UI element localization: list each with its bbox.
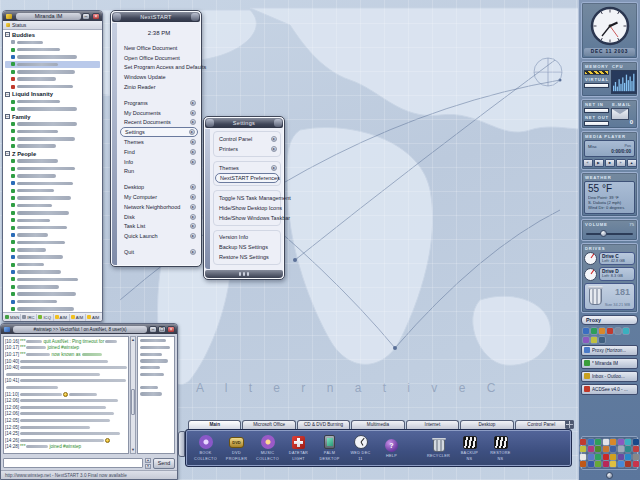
buddy-contact[interactable] [5,120,100,127]
buddy-contact[interactable] [5,283,100,290]
settings-menu-item-restore-ns-settings[interactable]: Restore NS Settings [215,252,279,262]
scroll-down-icon[interactable]: ▼ [131,448,135,452]
buddy-contact[interactable] [5,135,100,142]
settings-menu-item-version-info[interactable]: Version Info [215,233,279,243]
tray-icon[interactable] [599,337,605,343]
start-menu-item-programs[interactable]: Programs▸ [120,98,198,108]
tray-icon[interactable] [583,337,589,343]
media-button-3[interactable]: » [616,159,626,167]
dock-item-backup-ns[interactable]: BACKUPNS [454,435,485,461]
tray-icon[interactable] [603,446,609,452]
buddy-contact[interactable] [5,180,100,187]
buddy-contact[interactable] [5,172,100,179]
dock-item-restore-ns[interactable]: RESTORENS [485,435,516,461]
start-menu-item-settings[interactable]: Settings▸ [120,127,198,137]
buddy-contact[interactable] [5,128,100,135]
task-button-miranda-im[interactable]: * Miranda IM [581,358,638,369]
tray-icon[interactable] [588,439,594,445]
tray-icon[interactable] [618,454,624,460]
buddy-contact[interactable] [5,76,100,83]
media-button-2[interactable]: ■ [605,159,615,167]
tray-icon[interactable] [595,461,601,467]
start-menu-item-my-documents[interactable]: My Documents▸ [120,108,198,118]
buddy-contact[interactable] [5,217,100,224]
tray-icon[interactable] [618,446,624,452]
scroll-up-icon[interactable]: ▲ [131,338,135,342]
buddy-contact[interactable] [5,98,100,105]
start-menu-item-info[interactable]: Info▸ [120,157,198,167]
tray-icon[interactable] [588,454,594,460]
dock-item-recycler[interactable]: RECYCLER [423,438,454,459]
buddy-contact[interactable] [5,46,100,53]
proxy-taskbar-header[interactable]: Proxy [581,315,638,325]
dock-tab-internet[interactable]: Internet [406,420,459,429]
protocol-aim-status[interactable]: AIM [54,314,70,321]
dock-left-grip[interactable] [178,431,185,457]
tray-icon[interactable] [603,439,609,445]
buddy-contact[interactable] [5,202,100,209]
protocol-icq-status[interactable]: ICQ [37,314,53,321]
dock-item-palm-desktop[interactable]: PALMDESKTOP [314,435,345,461]
task-button-inbox-outloo[interactable]: Inbox - Outloo... [581,371,638,382]
collapse-icon[interactable]: – [5,114,10,119]
tray-icon[interactable] [623,328,629,334]
buddy-contact[interactable] [5,187,100,194]
email-icon[interactable] [611,108,629,120]
tray-icon[interactable] [633,446,639,452]
settings-menu-grip[interactable] [205,270,283,278]
dock-item-help[interactable]: ?HELP [376,438,407,459]
tray-icon[interactable] [610,446,616,452]
drive-row-drive-d[interactable]: Drive DLeft: 8.3 GB [584,267,635,281]
task-button-acdsee-v4-0[interactable]: ACDSee v4.0 - ... [581,384,638,395]
start-menu-item-run[interactable]: Run [120,167,198,177]
settings-menu-item-backup-ns-settings[interactable]: Backup NS Settings [215,242,279,252]
tray-icon[interactable] [633,439,639,445]
dock-item-book-collecto[interactable]: BOOKCOLLECTO [190,435,221,461]
scrollbar-thumb[interactable] [131,389,135,415]
buddy-group-header[interactable]: –Family [5,113,100,121]
recycle-bin-panel[interactable]: 181 Size 34.21 MB [584,283,635,310]
chat-close-button[interactable]: × [167,326,175,333]
chat-title-bar[interactable]: #winstep >> VectorNut ! on AustNet, 8 us… [1,324,177,334]
dock-item-music-collecto[interactable]: MUSICCOLLECTO [252,435,283,461]
tray-icon[interactable] [610,454,616,460]
dock-tab-multimedia[interactable]: Multimedia [351,420,404,429]
volume-slider[interactable] [586,229,633,238]
buddy-menu-bar[interactable]: Status [3,21,102,30]
buddy-contact[interactable] [5,246,100,253]
history-spinner[interactable]: ▲▼ [145,458,151,468]
buddy-close-button[interactable]: × [92,13,100,20]
tray-icon[interactable] [599,328,605,334]
start-menu-item-my-computer[interactable]: My Computer▸ [120,192,198,202]
start-menu-item-open-office-document[interactable]: Open Office Document [120,53,198,63]
buddy-group-header[interactable]: –Z People [5,150,100,158]
buddy-contact[interactable] [5,231,100,238]
start-menu-item-set-program-access-and-defaults[interactable]: Set Program Access and Defaults [120,63,198,73]
media-button-1[interactable]: ▶ [594,159,604,167]
buddy-contact[interactable] [5,209,100,216]
tray-icon[interactable] [615,328,621,334]
chat-scrollbar[interactable]: ▲ ▼ [130,336,136,454]
protocol-aim-status[interactable]: AIM [70,314,86,321]
buddy-minimize-button[interactable]: – [82,13,90,20]
buddy-contact[interactable] [5,53,100,60]
buddy-contact-list[interactable]: –Buddies–Liquid Insanity–Family–Z People [3,30,102,312]
dock-tab-main[interactable]: Main [188,420,241,429]
buddy-group-header[interactable]: –Liquid Insanity [5,90,100,98]
start-menu-item-task-list[interactable]: Task List▸ [120,222,198,232]
protocol-msn-status[interactable]: MSN [4,314,21,321]
tray-icon[interactable] [583,328,589,334]
chat-maximize-button[interactable]: ❐ [158,326,166,333]
tray-icon[interactable] [610,461,616,467]
tray-icon[interactable] [618,439,624,445]
start-menu-item-network-neighborhood[interactable]: Network Neighborhood▸ [120,202,198,212]
nextstart-menu-title-bar[interactable]: NextSTART [112,12,200,22]
buddy-contact[interactable] [5,290,100,297]
dock-handle[interactable] [565,420,574,429]
dock-tab-desktop[interactable]: Desktop [460,420,513,429]
tray-icon[interactable] [603,461,609,467]
settings-menu-item-hide-show-desktop-icons[interactable]: Hide/Show Desktop Icons [215,203,279,213]
buddy-contact[interactable] [5,254,100,261]
start-menu-item-find[interactable]: Find▸ [120,147,198,157]
tray-icon[interactable] [633,461,639,467]
